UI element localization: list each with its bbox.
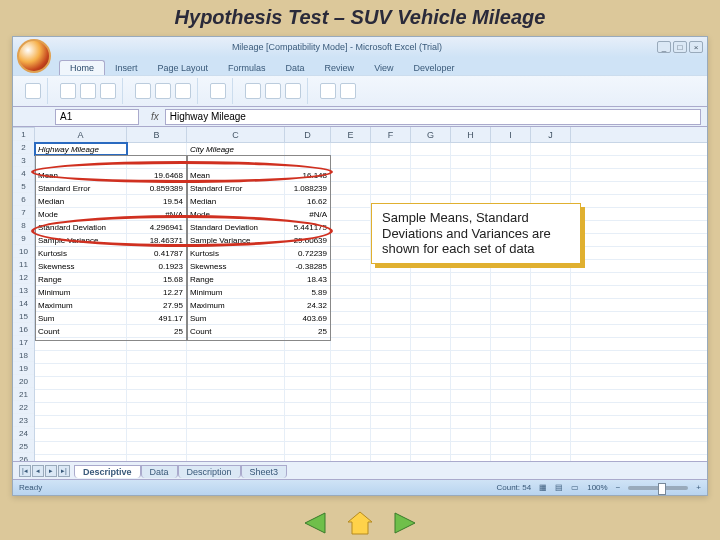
cell-B18[interactable]	[127, 364, 187, 376]
cell-D20[interactable]	[285, 390, 331, 402]
cell-G18[interactable]	[411, 364, 451, 376]
cell-grid[interactable]: Highway MileageCity MileageMean19.6468Me…	[35, 143, 707, 461]
cell-G11[interactable]	[411, 273, 451, 285]
close-button[interactable]: ×	[689, 41, 703, 53]
cell-C4[interactable]: Standard Error	[187, 182, 285, 194]
cell-D13[interactable]: 24.32	[285, 299, 331, 311]
row-header-9[interactable]: 9	[13, 232, 34, 245]
cell-D24[interactable]	[285, 442, 331, 454]
cell-H12[interactable]	[451, 286, 491, 298]
view-normal-button[interactable]: ▦	[539, 483, 547, 492]
cell-F14[interactable]	[371, 312, 411, 324]
cell-I16[interactable]	[491, 338, 531, 350]
cell-E4[interactable]	[331, 182, 371, 194]
bold-button[interactable]	[60, 83, 76, 99]
cell-C3[interactable]: Mean	[187, 169, 285, 181]
cell-D1[interactable]	[285, 143, 331, 155]
row-header-26[interactable]: 26	[13, 453, 34, 461]
prev-icon[interactable]	[300, 510, 328, 536]
cell-J15[interactable]	[531, 325, 571, 337]
cell-B4[interactable]: 0.859389	[127, 182, 187, 194]
sheet-tab-descriptive[interactable]: Descriptive	[74, 465, 141, 478]
cell-F24[interactable]	[371, 442, 411, 454]
cell-E25[interactable]	[331, 455, 371, 461]
cell-I19[interactable]	[491, 377, 531, 389]
cell-C7[interactable]: Standard Deviation	[187, 221, 285, 233]
ribbon-tab-view[interactable]: View	[364, 61, 403, 75]
cell-E23[interactable]	[331, 429, 371, 441]
cell-G4[interactable]	[411, 182, 451, 194]
cell-I25[interactable]	[491, 455, 531, 461]
cell-E1[interactable]	[331, 143, 371, 155]
cell-F13[interactable]	[371, 299, 411, 311]
cell-A21[interactable]	[35, 403, 127, 415]
cell-G13[interactable]	[411, 299, 451, 311]
row-header-2[interactable]: 2	[13, 141, 34, 154]
cell-C1[interactable]: City Mileage	[187, 143, 285, 155]
cell-E18[interactable]	[331, 364, 371, 376]
sheet-tab-data[interactable]: Data	[141, 465, 178, 478]
number-format-button[interactable]	[210, 83, 226, 99]
underline-button[interactable]	[100, 83, 116, 99]
cell-B11[interactable]: 15.68	[127, 273, 187, 285]
cell-E20[interactable]	[331, 390, 371, 402]
cell-H2[interactable]	[451, 156, 491, 168]
cell-D25[interactable]	[285, 455, 331, 461]
row-header-24[interactable]: 24	[13, 427, 34, 440]
cell-E12[interactable]	[331, 286, 371, 298]
cell-I21[interactable]	[491, 403, 531, 415]
cell-H3[interactable]	[451, 169, 491, 181]
cell-C23[interactable]	[187, 429, 285, 441]
cell-C20[interactable]	[187, 390, 285, 402]
cell-I13[interactable]	[491, 299, 531, 311]
cell-A5[interactable]: Median	[35, 195, 127, 207]
col-header-J[interactable]: J	[531, 127, 571, 142]
cell-D21[interactable]	[285, 403, 331, 415]
cell-J16[interactable]	[531, 338, 571, 350]
col-header-G[interactable]: G	[411, 127, 451, 142]
cell-B7[interactable]: 4.296941	[127, 221, 187, 233]
cell-I23[interactable]	[491, 429, 531, 441]
cell-H22[interactable]	[451, 416, 491, 428]
cell-F16[interactable]	[371, 338, 411, 350]
ribbon-tab-developer[interactable]: Developer	[403, 61, 464, 75]
cell-C16[interactable]	[187, 338, 285, 350]
col-header-B[interactable]: B	[127, 127, 187, 142]
cell-C25[interactable]	[187, 455, 285, 461]
cell-C22[interactable]	[187, 416, 285, 428]
cell-A9[interactable]: Kurtosis	[35, 247, 127, 259]
cell-G3[interactable]	[411, 169, 451, 181]
cell-G22[interactable]	[411, 416, 451, 428]
cell-E11[interactable]	[331, 273, 371, 285]
ribbon-tab-formulas[interactable]: Formulas	[218, 61, 276, 75]
cell-F1[interactable]	[371, 143, 411, 155]
cell-H24[interactable]	[451, 442, 491, 454]
find-button[interactable]	[340, 83, 356, 99]
row-header-15[interactable]: 15	[13, 310, 34, 323]
cell-G1[interactable]	[411, 143, 451, 155]
cell-G19[interactable]	[411, 377, 451, 389]
cell-D11[interactable]: 18.43	[285, 273, 331, 285]
cell-I22[interactable]	[491, 416, 531, 428]
cell-C11[interactable]: Range	[187, 273, 285, 285]
cell-H11[interactable]	[451, 273, 491, 285]
cell-B22[interactable]	[127, 416, 187, 428]
cell-G2[interactable]	[411, 156, 451, 168]
cell-G16[interactable]	[411, 338, 451, 350]
cell-D7[interactable]: 5.441175	[285, 221, 331, 233]
home-icon[interactable]	[346, 510, 374, 536]
sheet-prev-button[interactable]: ◂	[32, 465, 44, 477]
cell-I1[interactable]	[491, 143, 531, 155]
formula-input[interactable]: Highway Mileage	[165, 109, 701, 125]
cell-F12[interactable]	[371, 286, 411, 298]
zoom-out-button[interactable]: −	[616, 483, 621, 492]
cell-C14[interactable]: Sum	[187, 312, 285, 324]
cell-J13[interactable]	[531, 299, 571, 311]
cell-A10[interactable]: Skewness	[35, 260, 127, 272]
cell-E7[interactable]	[331, 221, 371, 233]
cell-H21[interactable]	[451, 403, 491, 415]
cell-C10[interactable]: Skewness	[187, 260, 285, 272]
cell-A25[interactable]	[35, 455, 127, 461]
cell-H18[interactable]	[451, 364, 491, 376]
row-header-25[interactable]: 25	[13, 440, 34, 453]
